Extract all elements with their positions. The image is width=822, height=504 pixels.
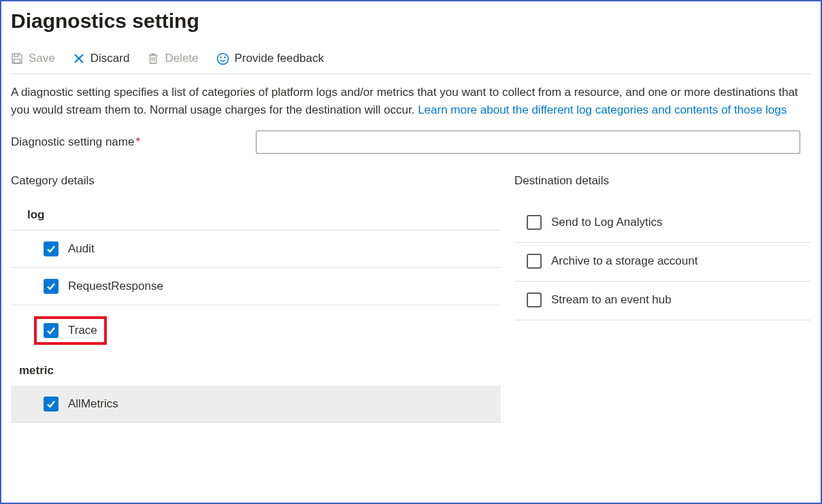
label-trace: Trace	[68, 324, 97, 337]
close-icon	[73, 52, 85, 65]
delete-label: Delete	[165, 52, 198, 65]
checkbox-audit[interactable]	[44, 241, 59, 256]
toolbar: Save Discard Delete Provide feedback	[11, 52, 811, 74]
checkbox-trace[interactable]	[44, 323, 59, 338]
setting-name-input[interactable]	[256, 131, 800, 154]
log-row-audit: Audit	[11, 231, 501, 268]
checkbox-allmetrics[interactable]	[44, 397, 59, 411]
learn-more-link[interactable]: Learn more about the different log categ…	[418, 103, 787, 116]
dest-row-eventhub: Stream to an event hub	[514, 282, 811, 320]
trash-icon	[147, 52, 159, 65]
smiley-icon	[216, 52, 229, 65]
checkbox-requestresponse[interactable]	[44, 279, 59, 294]
log-group-heading: log	[11, 204, 501, 231]
discard-label: Discard	[91, 52, 130, 65]
dest-row-loganalytics: Send to Log Analytics	[514, 204, 811, 243]
metric-group-heading: metric	[11, 360, 501, 386]
svg-point-6	[220, 56, 220, 57]
checkbox-eventhub[interactable]	[527, 292, 542, 307]
svg-point-7	[224, 56, 225, 57]
label-allmetrics: AllMetrics	[68, 397, 118, 411]
description-text: A diagnostic setting specifies a list of…	[11, 84, 811, 118]
save-label: Save	[29, 52, 55, 65]
metric-row-allmetrics: AllMetrics	[11, 386, 501, 423]
save-button[interactable]: Save	[11, 52, 55, 65]
trace-highlight: Trace	[34, 316, 107, 345]
label-eventhub: Stream to an event hub	[551, 293, 672, 307]
feedback-button[interactable]: Provide feedback	[216, 52, 324, 65]
checkbox-storage[interactable]	[527, 254, 542, 269]
label-loganalytics: Send to Log Analytics	[551, 216, 663, 229]
label-audit: Audit	[68, 242, 95, 256]
setting-name-label: Diagnostic setting name*	[11, 135, 256, 149]
log-row-trace: Trace	[11, 305, 501, 356]
checkbox-loganalytics[interactable]	[527, 215, 542, 230]
save-icon	[11, 52, 23, 65]
log-row-requestresponse: RequestResponse	[11, 268, 501, 305]
svg-point-5	[217, 53, 228, 64]
svg-rect-0	[14, 59, 20, 63]
delete-button[interactable]: Delete	[147, 52, 198, 65]
label-storage: Archive to a storage account	[551, 254, 697, 268]
destination-details-heading: Destination details	[514, 174, 811, 188]
category-details-heading: Category details	[11, 174, 501, 188]
required-asterisk: *	[135, 135, 140, 148]
feedback-label: Provide feedback	[235, 52, 324, 65]
page-title: Diagnostics setting	[11, 10, 811, 33]
discard-button[interactable]: Discard	[73, 52, 130, 65]
label-requestresponse: RequestResponse	[68, 280, 163, 293]
dest-row-storage: Archive to a storage account	[514, 243, 811, 282]
